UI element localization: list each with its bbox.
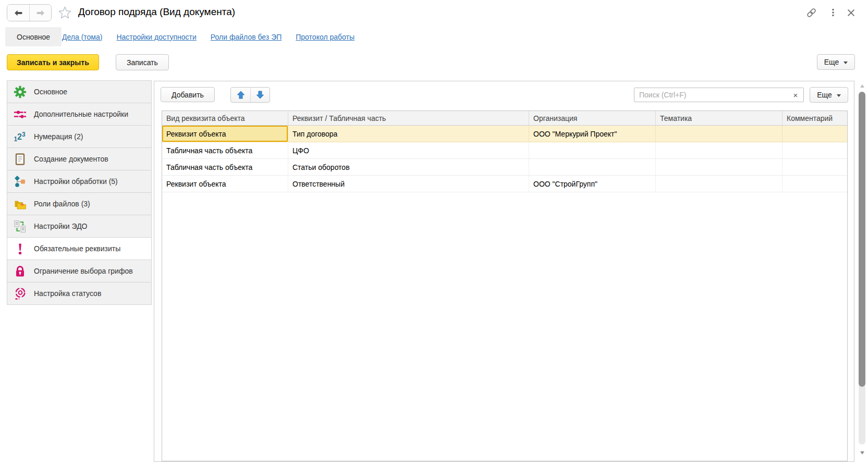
cell-comment[interactable] (783, 176, 847, 192)
cell-comment[interactable] (783, 142, 847, 158)
sidebar-item-label: Настройки обработки (5) (34, 177, 118, 186)
sidebar-item-label: Настройка статусов (34, 289, 101, 298)
cell-kind[interactable]: Реквизит объекта (162, 176, 288, 192)
document-icon (13, 152, 27, 166)
tab-file-roles-no-signature[interactable]: Роли файлов без ЭП (211, 33, 282, 41)
cell-attribute[interactable]: Тип договора (288, 126, 529, 142)
cell-theme[interactable] (656, 159, 783, 175)
sidebar-item-additional-settings[interactable]: Дополнительные настройки (7, 103, 151, 126)
table-row[interactable]: Табличная часть объекта Статьи оборотов (162, 159, 847, 176)
sidebar-item-classification-restriction[interactable]: Ограничение выбора грифов (7, 260, 151, 282)
cell-kind[interactable]: Табличная часть объекта (162, 159, 288, 175)
more-button-top[interactable]: Еще (817, 54, 855, 70)
sidebar-item-label: Роли файлов (3) (34, 200, 90, 208)
cell-attribute[interactable]: Ответственный (288, 176, 529, 192)
cell-attribute[interactable]: ЦФО (288, 142, 529, 158)
workflow-icon (13, 175, 27, 189)
attributes-table: Вид реквизита объекта Реквизит / Табличн… (162, 110, 848, 461)
sidebar-item-file-roles[interactable]: Роли файлов (3) (7, 193, 151, 215)
cell-organization[interactable] (529, 159, 656, 175)
column-header-comment[interactable]: Комментарий (783, 111, 847, 125)
sidebar-item-label: Настройки ЭДО (34, 222, 88, 230)
back-arrow-icon (13, 7, 24, 19)
scroll-down-arrow-icon[interactable] (860, 451, 864, 454)
column-header-theme[interactable]: Тематика (656, 111, 783, 125)
table-header-row: Вид реквизита объекта Реквизит / Табличн… (162, 111, 847, 126)
stamp-icon (13, 287, 27, 301)
cell-organization[interactable]: ООО "СтройГрупп" (529, 176, 656, 192)
cell-comment[interactable] (783, 126, 847, 142)
back-button[interactable] (7, 5, 29, 21)
sidebar-item-status-settings[interactable]: Настройка статусов (7, 282, 151, 305)
sidebar-item-document-creation[interactable]: Создание документов (7, 148, 151, 170)
svg-text:3: 3 (22, 130, 26, 138)
down-arrow-icon (255, 90, 265, 100)
sidebar-item-label: Дополнительные настройки (34, 110, 128, 118)
tab-work-protocol[interactable]: Протокол работы (296, 33, 354, 41)
cell-kind[interactable]: Реквизит объекта (162, 126, 288, 142)
tab-main[interactable]: Основное (5, 27, 62, 46)
nav-button-group (7, 4, 52, 21)
tab-cases[interactable]: Дела (тома) (62, 33, 102, 41)
table-row[interactable]: Реквизит объекта Ответственный ООО "Стро… (162, 176, 847, 192)
sidebar-item-numbering[interactable]: 1 2 3 Нумерация (2) (7, 126, 151, 148)
more-button-toolbar[interactable]: Еще (810, 87, 848, 103)
favorite-star-icon[interactable] (57, 5, 72, 20)
sidebar-item-label: Создание документов (34, 155, 108, 163)
sidebar-item-label: Обязательные реквизиты (34, 244, 120, 253)
cell-organization[interactable]: ООО "Меркурий Проект" (529, 126, 656, 142)
save-and-close-button[interactable]: Записать и закрыть (7, 54, 99, 70)
sidebar-item-edi-settings[interactable]: Настройки ЭДО (7, 215, 151, 238)
search-clear-button[interactable]: × (788, 88, 804, 102)
move-up-button[interactable] (231, 88, 250, 102)
cell-theme[interactable] (656, 142, 783, 158)
up-arrow-icon (236, 90, 246, 100)
column-header-kind[interactable]: Вид реквизита объекта (162, 111, 288, 125)
cell-theme[interactable] (656, 176, 783, 192)
sidebar-item-processing-settings[interactable]: Настройки обработки (5) (7, 170, 151, 193)
edi-exchange-icon (13, 219, 27, 233)
scrollbar-thumb[interactable] (859, 92, 865, 387)
numbering-icon: 1 2 3 (13, 130, 27, 144)
table-row[interactable]: Табличная часть объекта ЦФО (162, 142, 847, 159)
cell-comment[interactable] (783, 159, 847, 175)
sliders-icon (13, 107, 27, 121)
sidebar-item-label: Основное (34, 88, 67, 96)
exclamation-icon (13, 242, 27, 256)
save-button[interactable]: Записать (116, 54, 169, 70)
page-title: Договор подряда (Вид документа) (78, 6, 235, 18)
search-input[interactable] (634, 88, 788, 102)
cell-theme[interactable] (656, 126, 783, 142)
sidebar-item-main[interactable]: Основное (7, 81, 151, 103)
sidebar-item-label: Нумерация (2) (34, 132, 83, 141)
gear-icon (13, 85, 27, 99)
more-button-label: Еще (824, 58, 839, 66)
sidebar-item-required-attributes[interactable]: Обязательные реквизиты (7, 238, 151, 260)
add-button[interactable]: Добавить (161, 87, 215, 102)
chevron-down-icon (837, 94, 841, 97)
column-header-attribute[interactable]: Реквизит / Табличная часть (288, 111, 529, 125)
folders-icon (13, 197, 27, 211)
table-row[interactable]: Реквизит объекта Тип договора ООО "Мерку… (162, 126, 847, 142)
scroll-up-arrow-icon[interactable] (860, 84, 864, 88)
close-icon[interactable] (845, 6, 857, 19)
move-down-button[interactable] (250, 88, 270, 102)
sidebar: Основное Дополнительные настройки 1 2 3 … (7, 80, 152, 305)
tab-access-settings[interactable]: Настройки доступности (116, 33, 196, 41)
vertical-scrollbar (859, 83, 865, 458)
get-link-icon[interactable] (805, 6, 817, 19)
cell-organization[interactable] (529, 142, 656, 158)
chevron-down-icon (843, 62, 848, 64)
main-panel: Добавить × Еще Вид реквизита объекта Рек… (154, 81, 854, 462)
lock-icon (13, 264, 27, 278)
clear-x-icon: × (793, 91, 798, 100)
column-header-organization[interactable]: Организация (529, 111, 656, 125)
tab-links: Дела (тома) Настройки доступности Роли ф… (62, 27, 354, 46)
sidebar-item-label: Ограничение выбора грифов (34, 267, 133, 275)
cell-kind[interactable]: Табличная часть объекта (162, 142, 288, 158)
forward-button[interactable] (29, 5, 51, 21)
more-menu-icon[interactable] (827, 6, 839, 19)
move-buttons-group (230, 87, 270, 103)
forward-arrow-icon (35, 7, 46, 19)
cell-attribute[interactable]: Статьи оборотов (288, 159, 529, 175)
